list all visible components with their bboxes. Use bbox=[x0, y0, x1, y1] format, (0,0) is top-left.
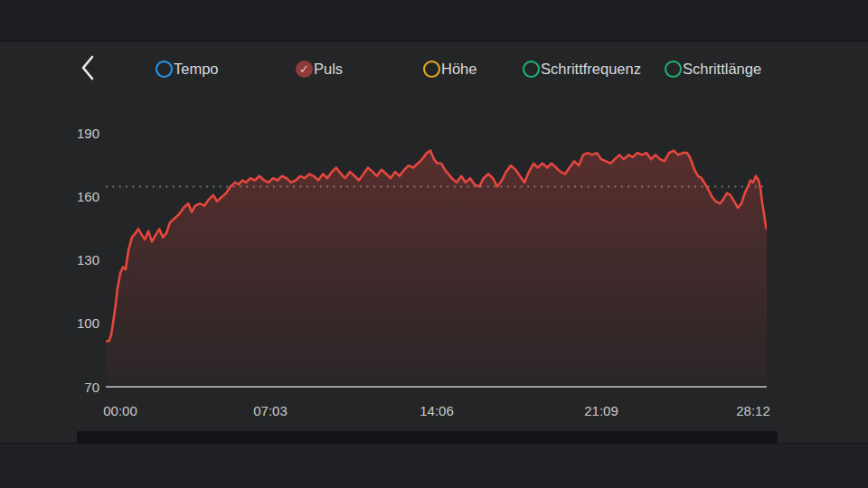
y-tick-label: 130 bbox=[54, 250, 99, 270]
x-tick-label: 14:06 bbox=[420, 403, 454, 419]
legend-item-tempo[interactable]: Tempo bbox=[156, 58, 219, 80]
y-tick-label: 160 bbox=[54, 187, 99, 207]
legend-item-schrittlaenge[interactable]: Schrittlänge bbox=[665, 58, 761, 80]
legend-label: Schrittfrequenz bbox=[541, 61, 641, 78]
activity-chart-screen: Tempo ✓ Puls Höhe Schrittfrequenz Schrit… bbox=[0, 0, 868, 488]
y-tick-label: 190 bbox=[54, 124, 99, 144]
legend-item-schrittfrequenz[interactable]: Schrittfrequenz bbox=[523, 58, 641, 80]
legend-label: Schrittlänge bbox=[683, 61, 761, 78]
tempo-ring-icon bbox=[156, 61, 173, 78]
schrittlaenge-ring-icon bbox=[665, 61, 682, 78]
legend-item-hoehe[interactable]: Höhe bbox=[423, 58, 476, 80]
status-bar bbox=[0, 0, 868, 42]
heart-rate-plot[interactable] bbox=[106, 134, 767, 389]
y-tick-label: 100 bbox=[54, 314, 99, 333]
y-tick-label: 70 bbox=[54, 378, 99, 398]
legend-label: Puls bbox=[314, 61, 343, 78]
range-scrubber[interactable] bbox=[77, 431, 778, 444]
hoehe-ring-icon bbox=[423, 61, 440, 78]
chevron-left-icon bbox=[80, 54, 96, 84]
chart-card: Tempo ✓ Puls Höhe Schrittfrequenz Schrit… bbox=[0, 42, 868, 444]
back-button[interactable] bbox=[74, 54, 101, 83]
x-tick-label: 28:12 bbox=[736, 403, 770, 419]
x-tick-label: 21:09 bbox=[584, 403, 618, 419]
x-tick-label: 00:00 bbox=[103, 403, 137, 419]
legend-label: Tempo bbox=[174, 61, 219, 78]
legend-label: Höhe bbox=[441, 61, 476, 78]
legend-item-puls[interactable]: ✓ Puls bbox=[296, 58, 343, 80]
check-icon: ✓ bbox=[296, 61, 313, 78]
schrittfrequenz-ring-icon bbox=[523, 61, 540, 78]
x-tick-label: 07:03 bbox=[253, 403, 288, 419]
